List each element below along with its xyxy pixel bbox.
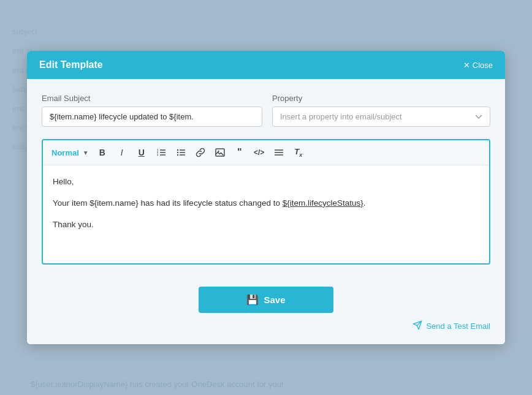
bold-label: B [99,148,105,157]
editor-line-body: Your item ${item.name} has had its lifec… [53,197,479,211]
ordered-list-icon: 1 2 3 [156,148,166,157]
code-icon: </> [254,148,264,157]
clear-format-icon: Tx [294,147,302,158]
image-icon [215,148,225,157]
link-icon [196,148,205,157]
unordered-list-button[interactable] [172,144,189,161]
property-label: Property [272,94,490,103]
modal-body: Email Subject Property Insert a property… [27,79,505,277]
format-select-group: Normal ▼ [49,147,89,159]
format-select[interactable]: Normal [49,147,82,159]
send-test-email-link[interactable]: Send a Test Email [412,320,490,332]
editor-line-thanks: Thank you. [53,218,479,232]
underline-button[interactable]: U [133,144,150,161]
send-icon [412,320,422,332]
send-email-icon [412,320,422,330]
align-icon [274,148,284,157]
modal-title: Edit Template [39,59,103,70]
editor-content-area[interactable]: Hello, Your item ${item.name} has had it… [43,165,489,263]
italic-label: I [121,148,123,157]
editor-body-suffix: . [363,198,366,208]
svg-point-6 [177,149,178,151]
email-subject-input[interactable] [42,107,262,127]
code-button[interactable]: </> [251,144,268,161]
form-row: Email Subject Property Insert a property… [42,94,490,127]
subject-group: Email Subject [42,94,262,127]
save-disk-icon: 💾 [246,294,259,306]
svg-point-8 [177,154,178,156]
editor-toolbar: Normal ▼ B I U [43,140,489,165]
editor-lifecycle-var: ${item.lifecycleStatus} [283,198,363,208]
property-group: Property Insert a property into email/su… [272,94,490,127]
editor-body-prefix: Your item ${item.name} has had its lifec… [53,198,283,208]
property-select[interactable]: Insert a property into email/subject [272,107,490,127]
italic-button[interactable]: I [113,144,131,161]
modal-header: Edit Template ✕ Close [27,51,505,79]
svg-point-7 [177,152,178,153]
rich-text-editor: Normal ▼ B I U [42,139,490,265]
test-email-label: Send a Test Email [426,322,490,331]
editor-line-hello: Hello, [53,175,479,189]
edit-template-modal: Edit Template ✕ Close Email Subject Prop… [27,51,505,344]
underline-label: U [139,148,145,157]
save-button[interactable]: 💾 Save [199,287,333,313]
bold-button[interactable]: B [94,144,111,161]
align-button[interactable] [270,144,287,161]
blockquote-icon: " [237,147,242,158]
svg-text:3: 3 [157,153,159,156]
clear-format-button[interactable]: Tx [290,144,307,161]
modal-close-button[interactable]: ✕ Close [463,61,493,70]
unordered-list-icon [176,148,186,157]
close-x-icon: ✕ [463,61,470,70]
save-label: Save [264,295,285,305]
modal-footer: 💾 Save Send a Test Email [27,277,505,344]
ordered-list-button[interactable]: 1 2 3 [153,144,170,161]
link-button[interactable] [192,144,209,161]
subject-label: Email Subject [42,94,262,103]
blockquote-button[interactable]: " [231,144,248,161]
modal-overlay: Edit Template ✕ Close Email Subject Prop… [0,0,532,395]
close-label: Close [473,61,493,70]
format-chevron-icon: ▼ [83,149,89,156]
bottom-background-text: ${user.authorDisplayName} has created yo… [31,380,284,389]
image-button[interactable] [211,144,229,161]
